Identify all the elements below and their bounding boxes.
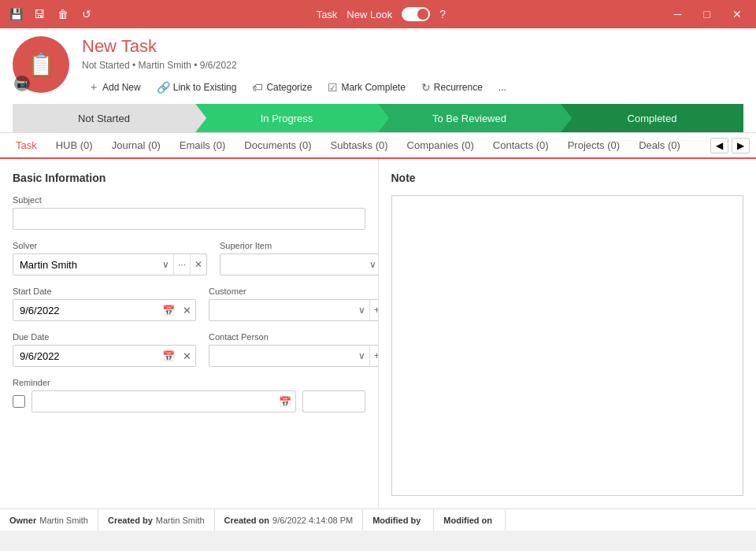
reminder-label: Reminder — [13, 378, 365, 387]
modified-by-label: Modified by — [372, 516, 421, 525]
footer-created-by: Created by Martin Smith — [98, 509, 215, 531]
customer-input[interactable] — [209, 301, 354, 320]
superior-item-dropdown-button[interactable]: ∨ — [365, 254, 378, 275]
created-by-label: Created by — [108, 516, 153, 525]
page-title: New Task — [82, 36, 743, 57]
add-new-button[interactable]: ＋ Add New — [82, 77, 147, 98]
recurrence-button[interactable]: ↻ Recurrence — [415, 78, 489, 97]
solver-clear-button[interactable]: ✕ — [190, 254, 206, 275]
start-date-clear-button[interactable]: ✕ — [179, 300, 195, 320]
title-bar-center: Task New Look ? — [96, 7, 666, 21]
avatar[interactable]: 📷 📋 — [13, 36, 69, 93]
tab-deals[interactable]: Deals (0) — [629, 133, 690, 159]
note-textarea[interactable] — [391, 195, 744, 496]
subject-row: Subject — [13, 195, 365, 230]
solver-label: Solver — [13, 241, 207, 250]
tag-icon: 🏷 — [252, 81, 263, 94]
categorize-button[interactable]: 🏷 Categorize — [246, 78, 318, 97]
start-date-calendar-button[interactable]: 📅 — [158, 300, 179, 320]
subject-label: Subject — [13, 195, 365, 205]
minimize-button[interactable]: ─ — [666, 0, 690, 28]
status-to-be-reviewed[interactable]: To Be Reviewed — [378, 104, 561, 132]
main-content: Basic Information Subject Solver ∨ ··· ✕… — [0, 159, 756, 508]
reminder-time-input[interactable] — [303, 392, 379, 412]
header-actions: ＋ Add New 🔗 Link to Existing 🏷 Categoriz… — [82, 77, 743, 98]
contact-add-button[interactable]: + — [369, 346, 379, 366]
tab-projects[interactable]: Projects (0) — [558, 133, 629, 159]
contact-dropdown-button[interactable]: ∨ — [354, 346, 369, 366]
recurrence-icon: ↻ — [421, 81, 431, 94]
contact-person-field: ∨ + ✕ — [209, 345, 379, 367]
tab-companies[interactable]: Companies (0) — [398, 133, 484, 159]
check-icon: ☑ — [328, 81, 338, 94]
solver-more-button[interactable]: ··· — [173, 254, 190, 275]
tabs-next-button[interactable]: ▶ — [732, 138, 750, 153]
customer-dropdown-button[interactable]: ∨ — [354, 300, 369, 320]
owner-label: Owner — [9, 516, 36, 525]
owner-value: Martin Smith — [39, 516, 88, 525]
due-date-clear-button[interactable]: ✕ — [179, 346, 195, 366]
customer-field: ∨ + ✕ — [209, 299, 379, 321]
status-completed[interactable]: Completed — [561, 104, 743, 132]
superior-item-input[interactable] — [220, 255, 365, 275]
camera-icon: 📷 — [14, 76, 30, 91]
start-date-input[interactable] — [13, 301, 158, 320]
author-name: Martin Smith — [139, 60, 191, 71]
window-controls: ─ □ ✕ — [666, 0, 750, 28]
due-date-calendar-button[interactable]: 📅 — [158, 346, 179, 366]
tab-hub[interactable]: HUB (0) — [46, 133, 102, 159]
basic-info-title: Basic Information — [13, 172, 365, 184]
row-solver-superior: Solver ∨ ··· ✕ Superior Item ∨ + ✕ — [13, 241, 365, 287]
contact-person-label: Contact Person — [209, 332, 379, 342]
row-duedate-contact: Due Date 📅 ✕ Contact Person ∨ + ✕ — [13, 332, 365, 378]
due-date-input[interactable] — [13, 346, 158, 366]
subject-input[interactable] — [13, 208, 365, 230]
app-title: Task — [317, 9, 338, 20]
footer-created-on: Created on 9/6/2022 4:14:08 PM — [215, 509, 364, 531]
tab-subtasks[interactable]: Subtasks (0) — [321, 133, 398, 159]
close-button[interactable]: ✕ — [724, 0, 750, 28]
tabs: Task HUB (0) Journal (0) Emails (0) Docu… — [0, 133, 756, 159]
delete-button[interactable]: 🗑 — [54, 5, 72, 24]
save-button[interactable]: 💾 — [6, 5, 25, 24]
status-not-started[interactable]: Not Started — [13, 104, 195, 132]
help-button[interactable]: ? — [439, 8, 446, 20]
maximize-button[interactable]: □ — [696, 0, 718, 28]
solver-input[interactable] — [13, 255, 158, 275]
solver-field: ∨ ··· ✕ — [13, 253, 207, 276]
tab-contacts[interactable]: Contacts (0) — [484, 133, 558, 159]
solver-dropdown-button[interactable]: ∨ — [158, 254, 173, 275]
customer-label: Customer — [209, 287, 379, 296]
reminder-checkbox[interactable] — [13, 395, 25, 408]
plus-icon: ＋ — [88, 80, 99, 94]
modified-on-label: Modified on — [443, 516, 492, 525]
start-date-row: Start Date 📅 ✕ — [13, 287, 196, 321]
new-look-toggle[interactable] — [402, 7, 430, 21]
created-by-value: Martin Smith — [156, 516, 205, 525]
created-on-value: 9/6/2022 4:14:08 PM — [272, 516, 353, 525]
more-button[interactable]: ... — [492, 79, 513, 96]
link-to-existing-button[interactable]: 🔗 Link to Existing — [150, 78, 243, 97]
right-panel: Note — [379, 159, 757, 508]
status-badge: Not Started — [82, 60, 130, 71]
contact-person-input[interactable] — [209, 346, 354, 366]
tab-emails[interactable]: Emails (0) — [170, 133, 235, 159]
header-meta: Not Started • Martin Smith • 9/6/2022 — [82, 60, 743, 71]
tabs-navigation: ◀ ▶ — [710, 138, 750, 153]
mark-complete-button[interactable]: ☑ Mark Complete — [321, 78, 411, 97]
reminder-date-input[interactable] — [32, 392, 275, 412]
save-close-button[interactable]: 🖫 — [30, 5, 49, 24]
header-info: New Task Not Started • Martin Smith • 9/… — [82, 36, 743, 98]
tab-journal[interactable]: Journal (0) — [102, 133, 170, 159]
note-title: Note — [391, 172, 744, 184]
reminder-calendar-button[interactable]: 📅 — [275, 391, 295, 412]
tab-task[interactable]: Task — [6, 133, 46, 159]
meta-date: 9/6/2022 — [200, 60, 237, 71]
tabs-prev-button[interactable]: ◀ — [710, 138, 728, 153]
footer-owner: Owner Martin Smith — [0, 509, 98, 531]
tab-documents[interactable]: Documents (0) — [235, 133, 321, 159]
status-in-progress[interactable]: In Progress — [195, 104, 378, 132]
row-startdate-customer: Start Date 📅 ✕ Customer ∨ + ✕ — [13, 287, 365, 332]
customer-add-button[interactable]: + — [369, 300, 379, 320]
undo-button[interactable]: ↺ — [77, 5, 96, 24]
